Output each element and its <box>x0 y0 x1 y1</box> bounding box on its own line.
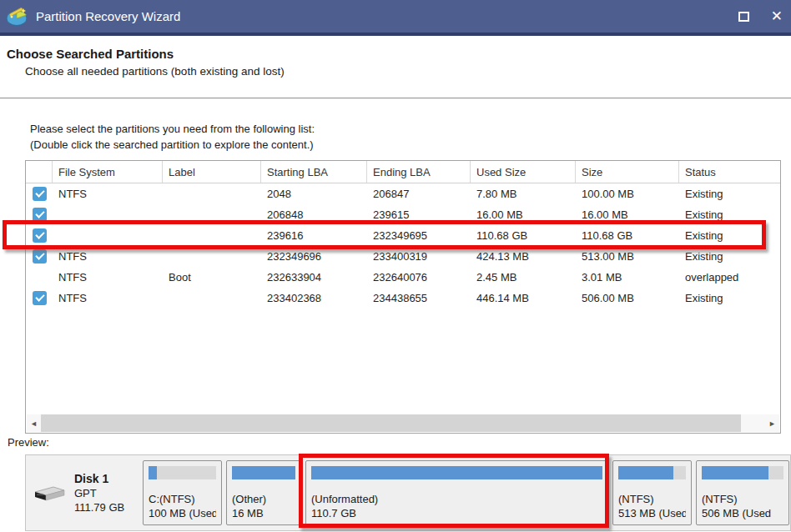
row-checkbox[interactable] <box>33 228 47 243</box>
hard-disk-icon <box>33 482 66 504</box>
disk-info: Disk 1 GPT 111.79 GB <box>26 455 141 530</box>
instruction-line-2: (Double click the searched partition to … <box>30 137 315 153</box>
cell-ending-lba: 233400319 <box>367 250 471 263</box>
column-header-starting-lba[interactable]: Starting LBA <box>261 161 367 183</box>
column-header-label[interactable]: Label <box>163 161 261 183</box>
titlebar-accent-line <box>0 33 791 36</box>
window-title: Partition Recovery Wizard <box>36 9 180 23</box>
cell-used-size: 110.68 GB <box>471 229 576 242</box>
cell-ending-lba: 206847 <box>367 188 471 200</box>
cell-label: Boot <box>163 271 261 284</box>
partition-name: (Other) <box>232 492 295 506</box>
cell-status: Existing <box>679 208 780 221</box>
table-row[interactable]: NTFS 2048 206847 7.80 MB 100.00 MB Exist… <box>26 183 780 204</box>
cell-size: 506.00 MB <box>576 292 679 304</box>
cell-file-system: NTFS <box>53 188 163 200</box>
scrollbar-thumb[interactable] <box>41 414 741 432</box>
disk-partition-style: GPT <box>74 486 124 500</box>
table-row[interactable]: NTFS 233402368 234438655 446.14 MB 506.0… <box>26 288 780 309</box>
preview-partition-other[interactable]: (Other) 16 MB <box>226 460 301 525</box>
wizard-step-header: Choose Searched Partitions Choose all ne… <box>7 47 285 78</box>
cell-size: 513.00 MB <box>576 250 679 263</box>
column-header-ending-lba[interactable]: Ending LBA <box>367 161 471 183</box>
column-header-used-size[interactable]: Used Size <box>471 161 576 183</box>
cell-status: Existing <box>679 250 780 263</box>
cell-used-size: 7.80 MB <box>471 188 576 200</box>
partition-recovery-wizard-window: Partition Recovery Wizard ✕ Choose Searc… <box>0 0 791 532</box>
cell-starting-lba: 239616 <box>261 229 367 242</box>
row-checkbox[interactable] <box>33 187 47 201</box>
scroll-left-icon[interactable]: ◄ <box>27 419 41 428</box>
partition-name: C:(NTFS) <box>149 492 216 506</box>
cell-size: 16.00 MB <box>576 208 679 221</box>
instruction-line-1: Please select the partitions you need fr… <box>30 121 315 137</box>
disk-text: Disk 1 GPT 111.79 GB <box>74 472 124 514</box>
instructions: Please select the partitions you need fr… <box>30 121 315 153</box>
row-checkbox[interactable] <box>33 291 47 305</box>
cell-ending-lba: 234438655 <box>367 292 471 304</box>
scroll-right-icon[interactable]: ► <box>765 419 779 428</box>
preview-partition-ntfs-513[interactable]: (NTFS) 513 MB (Used <box>612 460 692 525</box>
preview-partition-unformatted[interactable]: (Unformatted) 110.7 GB <box>305 460 608 525</box>
cell-ending-lba: 239615 <box>367 208 471 221</box>
column-header-status[interactable]: Status <box>679 161 780 183</box>
cell-size: 110.68 GB <box>576 229 679 242</box>
app-logo-icon <box>6 6 29 28</box>
cell-file-system: NTFS <box>53 292 163 304</box>
cell-used-size: 2.45 MB <box>471 271 576 284</box>
horizontal-scrollbar[interactable]: ◄ ► <box>27 414 779 432</box>
table-row[interactable]: 206848 239615 16.00 MB 16.00 MB Existing <box>26 204 780 225</box>
partition-size: 513 MB (Used <box>618 506 686 520</box>
page-subtitle: Choose all needed partitions (both exist… <box>25 65 285 78</box>
usage-bar <box>702 466 783 479</box>
partition-name: (NTFS) <box>702 492 783 506</box>
title-bar: Partition Recovery Wizard ✕ <box>0 0 791 33</box>
cell-file-system: NTFS <box>53 271 163 284</box>
row-checkbox[interactable] <box>33 208 47 222</box>
usage-bar <box>618 466 686 479</box>
column-header-file-system[interactable]: File System <box>53 161 163 183</box>
partition-size: 100 MB (Used <box>149 506 216 520</box>
usage-bar <box>311 466 602 479</box>
disk-size: 111.79 GB <box>74 500 124 514</box>
partition-size: 506 MB (Used <box>702 506 783 520</box>
cell-starting-lba: 233402368 <box>261 292 367 304</box>
cell-starting-lba: 232349696 <box>261 250 367 263</box>
cell-used-size: 424.13 MB <box>471 250 576 263</box>
cell-used-size: 16.00 MB <box>471 208 576 221</box>
partition-size: 16 MB <box>232 506 295 520</box>
cell-size: 3.01 MB <box>576 271 679 284</box>
cell-ending-lba: 232349695 <box>367 229 471 242</box>
cell-file-system: NTFS <box>53 250 163 263</box>
cell-starting-lba: 206848 <box>261 208 367 221</box>
cell-status: Existing <box>679 229 780 242</box>
disk-preview-strip: Disk 1 GPT 111.79 GB C:(NTFS) 100 MB (Us… <box>25 454 791 531</box>
close-icon[interactable]: ✕ <box>771 9 783 23</box>
cell-used-size: 446.14 MB <box>471 292 576 304</box>
preview-partition-c-ntfs[interactable]: C:(NTFS) 100 MB (Used <box>143 460 222 525</box>
table-row[interactable]: NTFS Boot 232633904 232640076 2.45 MB 3.… <box>26 267 780 288</box>
column-header-checkbox[interactable] <box>26 161 53 183</box>
partition-size: 110.7 GB <box>311 506 602 520</box>
maximize-icon[interactable] <box>738 12 749 22</box>
table-row[interactable]: NTFS 232349696 233400319 424.13 MB 513.0… <box>26 246 780 267</box>
table-row-highlighted[interactable]: 239616 232349695 110.68 GB 110.68 GB Exi… <box>26 225 780 246</box>
usage-bar <box>149 466 216 479</box>
partition-name: (NTFS) <box>618 492 686 506</box>
cell-status: Existing <box>679 188 780 200</box>
cell-starting-lba: 2048 <box>261 188 367 200</box>
column-header-size[interactable]: Size <box>576 161 679 183</box>
disk-name: Disk 1 <box>74 472 124 486</box>
row-checkbox[interactable] <box>33 249 47 263</box>
cell-starting-lba: 232633904 <box>261 271 367 284</box>
cell-status: overlapped <box>679 271 780 284</box>
preview-label: Preview: <box>8 436 49 449</box>
window-controls: ✕ <box>738 0 783 33</box>
usage-bar <box>232 466 295 479</box>
cell-ending-lba: 232640076 <box>367 271 471 284</box>
partition-name: (Unformatted) <box>311 492 602 506</box>
page-title: Choose Searched Partitions <box>7 47 285 61</box>
header-divider <box>0 98 791 99</box>
preview-partition-ntfs-506[interactable]: (NTFS) 506 MB (Used <box>696 460 789 525</box>
cell-size: 100.00 MB <box>576 188 679 200</box>
